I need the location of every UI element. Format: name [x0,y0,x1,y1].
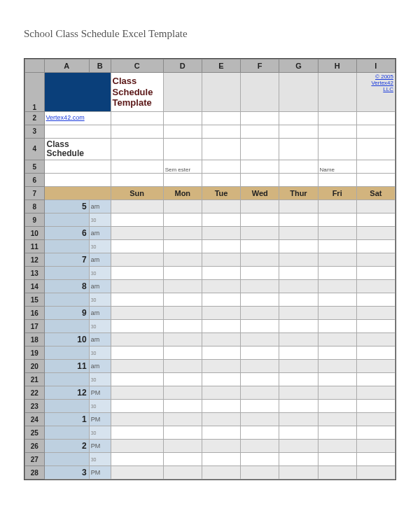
day-thur[interactable]: Thur [279,187,318,200]
sched-cell-r24-c0[interactable] [111,413,163,426]
sched-cell-r14-c3[interactable] [241,280,279,293]
time-hour-28[interactable]: 3 [44,466,89,479]
sched-cell-r11-c3[interactable] [241,240,279,253]
sched-cell-r20-c6[interactable] [356,360,395,373]
time-hour-22[interactable]: 12 [44,386,89,400]
sched-cell-r10-c5[interactable] [318,227,356,240]
sched-cell-r13-c3[interactable] [241,267,279,280]
sched-cell-r24-c4[interactable] [279,413,318,426]
row-hdr-12[interactable]: 12 [25,253,45,267]
sched-cell-r25-c0[interactable] [111,426,163,440]
time-hour-27[interactable] [44,453,89,466]
cell-F1[interactable] [241,73,279,112]
cell-C5[interactable] [111,160,163,174]
time-half-15[interactable]: 30 [89,293,111,307]
sched-cell-r26-c2[interactable] [202,440,240,453]
sched-cell-r18-c5[interactable] [318,333,356,346]
vertex-link[interactable]: Vertex42.com [45,114,111,122]
time-period-18[interactable]: am [89,333,111,346]
sched-cell-r22-c1[interactable] [163,386,202,400]
sched-cell-r15-c2[interactable] [202,293,240,307]
time-period-14[interactable]: am [89,280,111,293]
sched-cell-r12-c4[interactable] [279,253,318,267]
sched-cell-r20-c2[interactable] [202,360,240,373]
sched-cell-r23-c6[interactable] [356,400,395,413]
sched-cell-r26-c3[interactable] [241,440,279,453]
cell-G3[interactable] [279,125,318,138]
cell-E4[interactable] [202,138,240,160]
row-hdr-5[interactable]: 5 [25,160,45,174]
sched-cell-r16-c3[interactable] [241,307,279,320]
row-hdr-15[interactable]: 15 [25,293,45,307]
col-G[interactable]: G [279,59,318,73]
cell-E6[interactable] [202,174,240,187]
row-hdr-24[interactable]: 24 [25,413,45,426]
cell-D1[interactable] [163,73,202,112]
sched-cell-r27-c6[interactable] [356,453,395,466]
sched-cell-r19-c4[interactable] [279,346,318,360]
sched-cell-r9-c0[interactable] [111,214,163,227]
cell-E2[interactable] [202,111,240,125]
cell-A5[interactable] [44,160,111,174]
sched-cell-r16-c1[interactable] [163,307,202,320]
sched-cell-r11-c0[interactable] [111,240,163,253]
semester-label[interactable]: Sem ester [163,160,202,174]
cell-A6[interactable] [44,174,111,187]
sched-cell-r27-c5[interactable] [318,453,356,466]
sched-cell-r18-c4[interactable] [279,333,318,346]
sched-cell-r12-c1[interactable] [163,253,202,267]
sched-cell-r18-c6[interactable] [356,333,395,346]
cell-I3[interactable] [356,125,395,138]
time-period-16[interactable]: am [89,307,111,320]
sched-cell-r15-c4[interactable] [279,293,318,307]
sched-cell-r19-c5[interactable] [318,346,356,360]
cell-H4[interactable] [318,138,356,160]
sched-cell-r19-c2[interactable] [202,346,240,360]
sched-cell-r19-c3[interactable] [241,346,279,360]
cell-G6[interactable] [279,174,318,187]
time-half-17[interactable]: 30 [89,320,111,333]
vertex-link-cell[interactable]: Vertex42.com [44,111,111,125]
row-hdr-11[interactable]: 11 [25,240,45,253]
row-hdr-13[interactable]: 13 [25,267,45,280]
sched-cell-r28-c6[interactable] [356,466,395,479]
time-period-8[interactable]: am [89,200,111,214]
sched-cell-r18-c2[interactable] [202,333,240,346]
cell-G4[interactable] [279,138,318,160]
sched-cell-r25-c6[interactable] [356,426,395,440]
sched-cell-r8-c4[interactable] [279,200,318,214]
sched-cell-r17-c1[interactable] [163,320,202,333]
sched-cell-r14-c6[interactable] [356,280,395,293]
sched-cell-r20-c0[interactable] [111,360,163,373]
sched-cell-r11-c4[interactable] [279,240,318,253]
row-hdr-2[interactable]: 2 [25,111,45,125]
sched-cell-r14-c2[interactable] [202,280,240,293]
sched-cell-r25-c4[interactable] [279,426,318,440]
sched-cell-r9-c5[interactable] [318,214,356,227]
logo-cell[interactable] [44,73,111,112]
row-hdr-14[interactable]: 14 [25,280,45,293]
row-hdr-10[interactable]: 10 [25,227,45,240]
sched-cell-r18-c3[interactable] [241,333,279,346]
day-mon[interactable]: Mon [163,187,202,200]
cell-I2[interactable] [356,111,395,125]
row-hdr-18[interactable]: 18 [25,333,45,346]
cell-F6[interactable] [241,174,279,187]
cell-G1[interactable] [279,73,318,112]
cell-C6[interactable] [111,174,163,187]
sched-cell-r9-c6[interactable] [356,214,395,227]
time-hour-15[interactable] [44,293,89,307]
sched-cell-r8-c3[interactable] [241,200,279,214]
cell-H3[interactable] [318,125,356,138]
row-hdr-22[interactable]: 22 [25,386,45,400]
sched-cell-r12-c2[interactable] [202,253,240,267]
time-hour-9[interactable] [44,214,89,227]
sched-cell-r16-c5[interactable] [318,307,356,320]
cell-D4[interactable] [163,138,202,160]
time-half-13[interactable]: 30 [89,267,111,280]
time-hour-16[interactable]: 9 [44,307,89,320]
sched-cell-r11-c2[interactable] [202,240,240,253]
sched-cell-r21-c3[interactable] [241,373,279,386]
sched-cell-r10-c4[interactable] [279,227,318,240]
sched-cell-r23-c0[interactable] [111,400,163,413]
